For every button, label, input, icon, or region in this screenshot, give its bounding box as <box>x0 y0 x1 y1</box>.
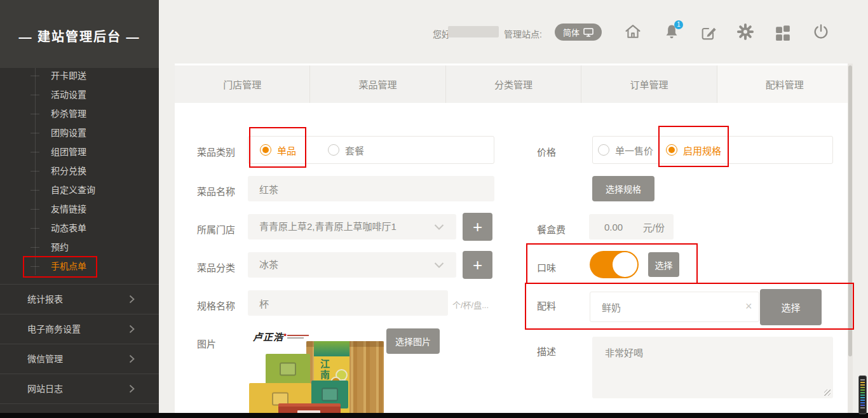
dish-category-select[interactable]: 冰茶 <box>248 252 456 278</box>
add-category-button[interactable]: + <box>463 251 492 279</box>
section-label: 网站日志 <box>27 384 63 394</box>
box-fee-unit: 元/份 <box>643 220 665 234</box>
sidebar-header: — 建站管理后台 — <box>0 0 159 68</box>
chevron-right-icon <box>129 325 135 334</box>
price-type-group: 单一售价 启用规格 <box>592 136 833 164</box>
sidebar-section-wechat[interactable]: 微信管理 <box>0 344 159 374</box>
monitor-icon <box>583 28 593 37</box>
sidebar-item-dynamic-form[interactable]: 动态表单 <box>0 219 159 238</box>
dish-name-input[interactable] <box>248 176 494 201</box>
tab-store-management[interactable]: 门店管理 <box>175 65 310 103</box>
brand-subline <box>287 337 304 339</box>
choose-spec-button[interactable]: 选择规格 <box>592 176 654 201</box>
image-label: 图片 <box>197 337 216 350</box>
bottom-bar <box>0 413 868 418</box>
dish-category-label: 菜品分类 <box>197 260 235 274</box>
store-label: 所属门店 <box>197 222 235 236</box>
description-label: 描述 <box>537 344 556 358</box>
tab-category-management[interactable]: 分类管理 <box>446 65 581 103</box>
sidebar-item-group-buy[interactable]: 团购设置 <box>0 123 159 142</box>
toggle-knob <box>611 251 639 278</box>
add-store-button[interactable]: + <box>463 213 492 241</box>
sidebar-item-points[interactable]: 积分兑换 <box>0 161 159 180</box>
app-root: 您好 管理站点: 简体 1 <box>0 0 868 418</box>
tab-bar: 门店管理 菜品管理 分类管理 订单管理 配料管理 <box>175 65 852 103</box>
flavor-toggle[interactable] <box>590 251 638 278</box>
content-panel: 门店管理 菜品管理 分类管理 订单管理 配料管理 菜品类别 单品 套餐 菜品名称… <box>175 64 852 418</box>
choose-image-button[interactable]: 选择图片 <box>386 328 440 354</box>
chevron-right-icon <box>129 354 135 363</box>
sidebar-item-flash-sale[interactable]: 秒杀管理 <box>0 104 159 123</box>
spec-name-label: 规格名称 <box>197 299 235 312</box>
chevron-right-icon <box>129 384 135 393</box>
gift-box-band <box>314 341 349 356</box>
dish-type-group: 单品 套餐 <box>248 136 494 164</box>
sidebar-item-custom-query[interactable]: 自定义查询 <box>0 180 159 199</box>
sidebar-section-ecommerce[interactable]: 电子商务设置 <box>0 314 159 344</box>
gift-box-text: 江南 <box>318 359 331 381</box>
radio-single-item[interactable] <box>260 144 271 156</box>
description-wrap: 非常好喝 <box>592 337 833 398</box>
home-icon[interactable] <box>624 23 642 41</box>
sidebar-item-team[interactable]: 组团管理 <box>0 142 159 161</box>
tab-order-management[interactable]: 订单管理 <box>581 65 717 103</box>
radio-set-meal[interactable] <box>328 144 339 156</box>
chevron-right-icon <box>129 295 135 304</box>
resize-handle[interactable] <box>824 389 831 396</box>
notifications-bell[interactable]: 1 <box>663 23 681 41</box>
dish-type-label: 菜品类别 <box>197 145 235 158</box>
username-redacted <box>448 26 499 37</box>
radio-enable-spec[interactable] <box>666 144 677 156</box>
clear-icon[interactable]: × <box>745 300 752 313</box>
ingredient-choose-button[interactable]: 选择 <box>760 289 822 325</box>
sidebar-item-activity[interactable]: 活动设置 <box>0 85 159 104</box>
dish-name-label: 菜品名称 <box>197 184 235 198</box>
store-select[interactable]: 青青原上草2,青青原上草咖啡厅1 <box>248 214 456 239</box>
flavor-choose-button[interactable]: 选择 <box>648 252 679 277</box>
spec-name-input[interactable] <box>248 290 448 316</box>
brand-logo: 卢正浩● <box>253 330 287 343</box>
brand-subline <box>287 335 309 336</box>
taskbar-widget <box>858 375 867 414</box>
radio-single-price[interactable] <box>598 144 609 156</box>
manage-site-label: 管理站点: <box>504 27 542 40</box>
dish-image: 卢正浩● 江南 绝 <box>248 327 388 418</box>
edit-icon[interactable] <box>700 24 717 42</box>
sidebar-section-site-log[interactable]: 网站日志 <box>0 374 159 404</box>
power-icon[interactable] <box>812 23 830 41</box>
sidebar-item-links[interactable]: 友情链接 <box>0 199 159 219</box>
notification-badge: 1 <box>674 20 683 29</box>
box-fee-value: 0.00 <box>604 222 623 233</box>
tab-dish-management[interactable]: 菜品管理 <box>310 65 445 103</box>
sidebar-item-reservation[interactable]: 预约 <box>0 238 159 257</box>
spec-name-hint: 个/杯/盘... <box>452 299 489 311</box>
box-fee-field[interactable]: 0.00 元/份 <box>589 214 674 239</box>
app-title: — 建站管理后台 — <box>0 27 159 45</box>
sidebar-item-card-gift[interactable]: 开卡即送 <box>0 66 159 85</box>
sidebar-section-statistics[interactable]: 统计报表 <box>0 284 159 314</box>
sidebar: — 建站管理后台 — 开卡即送 活动设置 秒杀管理 团购设置 组团管理 积分兑换… <box>0 0 159 418</box>
language-button[interactable]: 简体 <box>555 24 602 41</box>
section-label: 电子商务设置 <box>27 324 81 334</box>
dish-category-select-value: 冰茶 <box>259 259 278 270</box>
ingredient-label: 配料 <box>537 299 556 312</box>
description-textarea[interactable]: 非常好喝 <box>592 337 833 398</box>
tab-ingredient-management[interactable]: 配料管理 <box>717 65 852 103</box>
store-select-value: 青青原上草2,青青原上草咖啡厅1 <box>259 221 397 232</box>
ingredient-input[interactable] <box>590 292 759 322</box>
apps-grid-icon[interactable] <box>775 24 792 42</box>
price-label: 价格 <box>537 145 556 158</box>
tea-box-green <box>266 354 310 384</box>
scrollbar-thumb[interactable] <box>848 65 852 356</box>
section-label: 统计报表 <box>27 294 63 304</box>
radio-single-item-label[interactable]: 单品 <box>277 144 296 157</box>
section-label: 微信管理 <box>27 354 63 364</box>
radio-single-price-label[interactable]: 单一售价 <box>615 144 653 157</box>
sidebar-submenu: 开卡即送 活动设置 秒杀管理 团购设置 组团管理 积分兑换 自定义查询 友情链接… <box>0 66 159 276</box>
sidebar-item-mobile-ordering[interactable]: 手机点单 <box>0 257 159 276</box>
language-label: 简体 <box>563 26 580 38</box>
radio-enable-spec-label[interactable]: 启用规格 <box>683 144 721 157</box>
radio-set-meal-label[interactable]: 套餐 <box>345 144 364 157</box>
gear-icon[interactable] <box>736 23 754 41</box>
sidebar-sections: 统计报表 电子商务设置 微信管理 网站日志 <box>0 284 159 404</box>
